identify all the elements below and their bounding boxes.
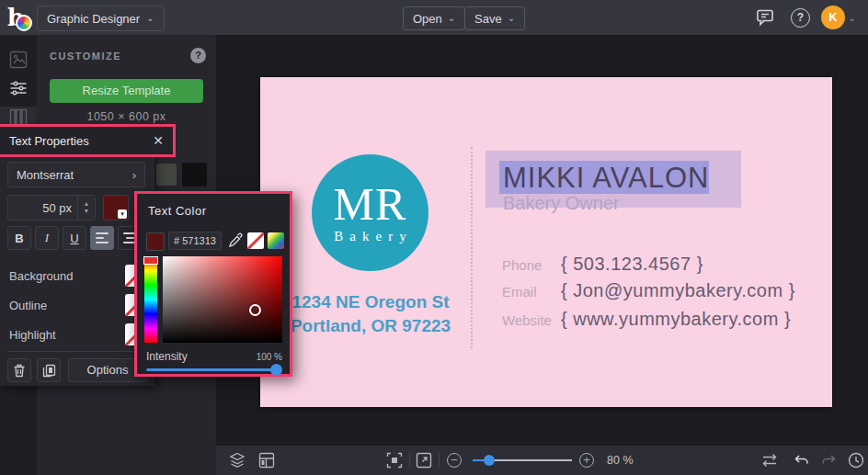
adjust-sliders-icon[interactable] (9, 79, 28, 97)
saturation-value-handle[interactable] (249, 304, 261, 316)
saturation-value-picker[interactable] (163, 256, 282, 343)
font-family-select[interactable]: Montserrat › (7, 162, 145, 187)
intensity-label: Intensity (146, 350, 188, 363)
open-label: Open (413, 12, 442, 26)
question-icon[interactable]: ? (190, 48, 206, 63)
graphic-designer-app: b Graphic Designer ⌄ Open ⌄ Save ⌄ ? K ⌄ (0, 0, 868, 475)
chevron-down-icon: ⌄ (146, 14, 154, 23)
text-properties-title: Text Properties (9, 134, 89, 148)
card-logo-initials: MR (334, 182, 407, 226)
contact-row-website[interactable]: Website { www.yummybakery.com } (502, 309, 791, 330)
zoom-percentage: 80 % (607, 454, 634, 467)
stepper-up-icon[interactable]: ▲ (84, 200, 90, 208)
rainbow-swatch-icon[interactable] (268, 232, 284, 249)
intensity-value: 100 % (257, 352, 282, 362)
open-button[interactable]: Open ⌄ (403, 6, 465, 30)
top-bar: b Graphic Designer ⌄ Open ⌄ Save ⌄ ? K ⌄ (0, 0, 868, 35)
duplicate-icon[interactable] (37, 358, 61, 382)
text-color-popup: Text Color Intensity 100 % (134, 191, 292, 377)
intensity-slider-handle[interactable] (270, 364, 282, 376)
close-icon[interactable]: ✕ (153, 133, 164, 148)
font-name: Montserrat (17, 168, 74, 182)
history-icon[interactable] (848, 452, 864, 469)
customize-title: CUSTOMIZE (50, 51, 121, 62)
font-size-stepper[interactable]: ▲ ▼ (77, 196, 95, 220)
highlight-label: Highlight (9, 328, 56, 342)
contact-row-phone[interactable]: Phone { 503.123.4567 } (502, 254, 703, 275)
save-button[interactable]: Save ⌄ (464, 6, 525, 30)
phone-value: { 503.123.4567 } (561, 254, 703, 275)
save-label: Save (474, 12, 502, 26)
chevron-down-icon: ⌄ (448, 14, 455, 23)
card-logo-sub: Bakery (327, 229, 412, 244)
swatch-dropdown-icon: ▾ (118, 209, 127, 219)
underline-button[interactable]: U (63, 226, 86, 250)
chevron-down-icon[interactable]: ⌄ (849, 14, 856, 23)
template-manager-icon[interactable] (258, 452, 275, 469)
italic-button[interactable]: I (35, 226, 59, 250)
chevron-down-icon: ⌄ (508, 14, 515, 23)
zoom-slider-handle[interactable] (484, 455, 495, 466)
font-size-input[interactable]: 50 px ▲ ▼ (7, 195, 96, 221)
palette-swatch[interactable] (156, 164, 177, 186)
canvas-area[interactable]: MR Bakery 1234 NE Oregon St Portland, OR… (216, 35, 868, 446)
layers-icon[interactable] (229, 452, 246, 469)
divider (409, 453, 410, 468)
website-label: Website (502, 312, 561, 328)
business-card[interactable]: MR Bakery 1234 NE Oregon St Portland, OR… (260, 77, 832, 407)
hue-slider[interactable] (144, 256, 157, 343)
resize-template-button[interactable]: Resize Template (50, 79, 203, 103)
address-line-2: Portland, OR 97223 (260, 314, 481, 338)
chat-icon[interactable] (756, 8, 775, 27)
app-menu-label: Graphic Designer (47, 12, 140, 26)
current-color-swatch (146, 232, 165, 251)
text-properties-panel: Text Properties ✕ Montserrat › 50 px ▲ ▼… (0, 127, 154, 386)
phone-label: Phone (502, 257, 561, 273)
user-avatar[interactable]: K (821, 6, 845, 29)
avatar-initial: K (828, 10, 837, 24)
hue-slider-handle[interactable] (143, 256, 158, 265)
outline-label: Outline (9, 299, 47, 312)
divider (439, 453, 440, 468)
card-dotted-divider (471, 147, 473, 348)
stepper-down-icon[interactable]: ▼ (84, 208, 90, 215)
help-icon[interactable]: ? (791, 8, 810, 28)
eyedropper-icon[interactable] (228, 232, 244, 248)
befunky-logo[interactable]: b (7, 4, 33, 31)
address-line-1: 1234 NE Oregon St (260, 290, 481, 314)
bold-button[interactable]: B (7, 226, 31, 250)
hex-color-input[interactable] (168, 232, 222, 250)
zoom-out-icon[interactable]: − (447, 453, 462, 468)
website-value: { www.yummybakery.com } (561, 309, 791, 330)
align-left-icon[interactable] (90, 226, 114, 250)
zoom-slider[interactable] (473, 459, 572, 461)
fullscreen-icon[interactable] (416, 452, 432, 469)
divider (7, 351, 147, 352)
background-label: Background (9, 269, 73, 283)
template-dimensions: 1050 × 600 px (37, 110, 216, 123)
card-logo-circle[interactable]: MR Bakery (312, 154, 428, 271)
intensity-slider[interactable] (146, 368, 280, 371)
trash-icon[interactable] (7, 358, 31, 382)
font-size-value: 50 px (8, 201, 77, 215)
text-properties-header: Text Properties ✕ (0, 124, 176, 157)
app-menu-graphic-designer[interactable]: Graphic Designer ⌄ (37, 6, 165, 31)
fit-screen-icon[interactable] (386, 452, 403, 469)
card-name-text[interactable]: MIKKI AVALON (503, 162, 709, 195)
color-wheel-icon (16, 15, 32, 31)
none-color-icon[interactable] (247, 232, 264, 249)
redo-icon[interactable] (821, 452, 838, 469)
contact-row-email[interactable]: Email { Jon@yummybakery.com } (502, 280, 795, 301)
palette-swatch[interactable] (182, 163, 207, 187)
zoom-in-icon[interactable]: + (579, 453, 594, 468)
card-role-text[interactable]: Bakery Owner (503, 193, 620, 214)
undo-icon[interactable] (793, 452, 809, 469)
email-label: Email (502, 284, 561, 300)
text-color-title: Text Color (148, 204, 207, 218)
compare-icon[interactable] (760, 452, 780, 469)
text-color-swatch-button[interactable]: ▾ (103, 195, 129, 221)
card-address[interactable]: 1234 NE Oregon St Portland, OR 97223 (260, 290, 481, 338)
bottom-toolbar: − + 80 % (216, 446, 868, 475)
email-value: { Jon@yummybakery.com } (561, 280, 795, 301)
image-icon[interactable] (9, 51, 28, 69)
